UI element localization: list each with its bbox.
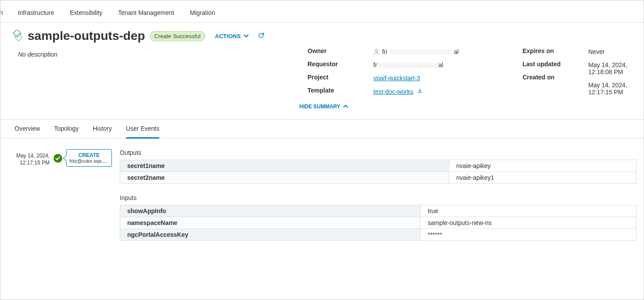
tab-user-events[interactable]: User Events	[126, 120, 159, 139]
table-row: secret1name nvaie-apikey	[120, 160, 637, 172]
table-row: ngcPortalAccessKey ******	[120, 229, 637, 241]
template-label: Template	[308, 87, 365, 94]
event-timestamp: May 14, 2024, 12:17:15 PM	[7, 149, 50, 166]
outputs-table: secret1name nvaie-apikey secret2name nva…	[120, 160, 637, 184]
page-title: sample-outputs-dep	[28, 29, 145, 43]
header-section: sample-outputs-dep Create Successful ACT…	[0, 23, 644, 119]
event-action: CREATE	[69, 152, 109, 158]
tab-topology[interactable]: Topology	[54, 120, 79, 138]
hide-summary-button[interactable]: HIDE SUMMARY	[299, 104, 348, 110]
output-key: secret2name	[120, 172, 449, 184]
output-key: secret1name	[120, 160, 449, 172]
tab-overview[interactable]: Overview	[14, 120, 40, 138]
nav-item-tenant-management[interactable]: Tenant Management	[118, 9, 174, 16]
tab-history[interactable]: History	[93, 120, 112, 138]
nav-item-extensibility[interactable]: Extensibility	[70, 9, 102, 16]
chevron-up-icon	[343, 105, 348, 108]
no-description: No description	[18, 51, 57, 58]
input-key: ngcPortalAccessKey	[120, 229, 421, 241]
project-link[interactable]: vpaif-quickstart-3	[373, 75, 420, 82]
inputs-label: Inputs	[120, 194, 637, 201]
refresh-icon[interactable]	[258, 32, 265, 40]
input-value: sample-outputs-new-ns	[421, 217, 637, 229]
top-nav: n Infrastructure Extensibility Tenant Ma…	[0, 0, 644, 23]
created-label: Created on	[522, 74, 580, 81]
owner-value: frial	[373, 48, 514, 55]
expires-value: Never	[588, 48, 637, 55]
event-card[interactable]: CREATE fritz@coke.sqa-...	[66, 149, 112, 167]
svg-point-2	[375, 50, 377, 52]
status-badge: Create Successful	[150, 31, 206, 41]
updated-label: Last updated	[522, 61, 580, 68]
table-row: namespaceName sample-outputs-new-ns	[120, 217, 637, 229]
owner-label: Owner	[308, 47, 365, 54]
nav-item-infrastructure[interactable]: Infrastructure	[18, 9, 54, 16]
outputs-label: Outputs	[120, 149, 637, 156]
check-circle-icon	[53, 154, 63, 163]
deployment-icon	[11, 30, 23, 42]
chevron-down-icon	[243, 34, 249, 38]
table-row: showAppInfo true	[120, 205, 637, 217]
svg-rect-1	[14, 33, 22, 41]
expires-label: Expires on	[522, 47, 580, 54]
inputs-table: showAppInfo true namespaceName sample-ou…	[120, 205, 637, 241]
updated-value: May 14, 2024, 12:18:08 PM	[588, 61, 637, 75]
table-row: secret2name nvaie-apikey1	[120, 172, 637, 184]
output-value: nvaie-apikey	[449, 160, 637, 172]
nav-item-partial[interactable]: n	[0, 9, 3, 16]
input-key: showAppInfo	[120, 205, 421, 217]
input-value: true	[421, 205, 637, 217]
event-sidebar: May 14, 2024, 12:17:15 PM CREATE fritz@c…	[7, 149, 112, 251]
svg-rect-0	[13, 30, 21, 37]
event-user: fritz@coke.sqa-...	[69, 158, 109, 164]
user-icon	[373, 49, 379, 55]
created-value: May 14, 2024, 12:17:15 PM	[588, 82, 637, 96]
input-value: ******	[421, 229, 637, 241]
requestor-value: fral	[373, 61, 514, 68]
tabs: Overview Topology History User Events	[0, 119, 644, 139]
download-icon[interactable]	[417, 88, 423, 95]
output-value: nvaie-apikey1	[449, 172, 637, 184]
input-key: namespaceName	[120, 217, 421, 229]
nav-item-migration[interactable]: Migration	[190, 9, 215, 16]
requestor-label: Requestor	[308, 61, 365, 68]
project-label: Project	[308, 74, 365, 81]
template-link[interactable]: test-doc-works	[373, 88, 413, 95]
actions-button[interactable]: ACTIONS	[215, 33, 249, 39]
